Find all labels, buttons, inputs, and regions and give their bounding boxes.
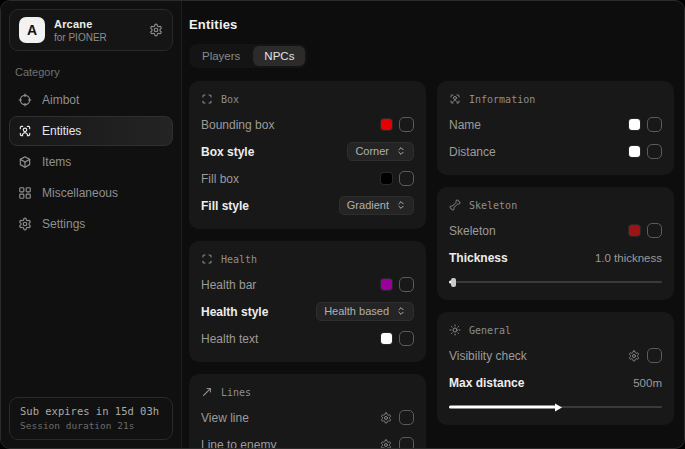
row-label: View line xyxy=(201,411,249,425)
visibility-check-checkbox[interactable] xyxy=(647,348,662,363)
row-label: Fill box xyxy=(201,172,239,186)
row-label: Health style xyxy=(201,305,268,319)
sidebar-item-label: Aimbot xyxy=(42,93,79,107)
line-to-enemy-settings-button[interactable] xyxy=(380,439,392,449)
health-bar-checkbox[interactable] xyxy=(399,277,414,292)
sidebar-item-settings[interactable]: Settings xyxy=(9,209,173,239)
app-subtitle: for PIONER xyxy=(54,32,107,43)
row-label: Thickness xyxy=(449,251,508,265)
tab-players[interactable]: Players xyxy=(191,46,251,66)
cards-grid: Box Bounding box Box style Corner xyxy=(189,81,674,448)
gear-icon xyxy=(380,412,392,424)
gear-icon xyxy=(18,217,32,231)
tab-npcs[interactable]: NPCs xyxy=(253,46,305,66)
sidebar-item-entities[interactable]: Entities xyxy=(9,116,173,146)
slider-handle[interactable] xyxy=(555,403,562,411)
brand-card: A Arcane for PIONER xyxy=(9,9,173,51)
card-title: Skeleton xyxy=(469,200,517,211)
health-style-row: Health style Health based xyxy=(201,301,414,322)
general-card-header: General xyxy=(449,322,662,339)
skeleton-checkbox[interactable] xyxy=(647,223,662,238)
health-text-checkbox[interactable] xyxy=(399,331,414,346)
sidebar-item-label: Miscellaneous xyxy=(42,186,118,200)
box-card: Box Bounding box Box style Corner xyxy=(189,81,426,229)
slider-fill xyxy=(449,281,453,284)
entities-scan-icon xyxy=(18,124,32,138)
row-label: Fill style xyxy=(201,199,249,213)
select-value: Corner xyxy=(355,145,389,157)
health-card-header: Health xyxy=(201,251,414,268)
slider-fill xyxy=(449,406,556,409)
app-name: Arcane xyxy=(54,18,107,30)
skeleton-row: Skeleton xyxy=(449,220,662,241)
sidebar-item-miscellaneous[interactable]: Miscellaneous xyxy=(9,178,173,208)
information-card-header: Information xyxy=(449,91,662,108)
diagonal-line-icon xyxy=(201,386,213,398)
select-value: Gradient xyxy=(347,199,389,211)
bounding-box-row: Bounding box xyxy=(201,114,414,135)
scan-brackets-icon xyxy=(201,253,213,265)
sidebar-item-aimbot[interactable]: Aimbot xyxy=(9,85,173,115)
chevrons-up-down-icon xyxy=(396,146,406,156)
page-title: Entities xyxy=(189,17,674,32)
entity-tabs: Players NPCs xyxy=(189,44,307,68)
grid-icon xyxy=(18,186,32,200)
card-title: Information xyxy=(469,94,535,105)
row-label: Visibility check xyxy=(449,349,527,363)
color-swatch[interactable] xyxy=(629,225,640,236)
visibility-check-row: Visibility check xyxy=(449,345,662,366)
card-title: Lines xyxy=(221,387,251,398)
bounding-box-checkbox[interactable] xyxy=(399,117,414,132)
subscription-card: Sub expires in 15d 03h Session duration … xyxy=(9,397,173,440)
view-line-settings-button[interactable] xyxy=(380,412,392,424)
fill-box-row: Fill box xyxy=(201,168,414,189)
distance-checkbox[interactable] xyxy=(647,144,662,159)
color-swatch[interactable] xyxy=(381,333,392,344)
sun-icon xyxy=(449,324,461,336)
row-label: Health bar xyxy=(201,278,256,292)
color-swatch[interactable] xyxy=(381,173,392,184)
color-swatch[interactable] xyxy=(629,119,640,130)
sidebar-item-label: Entities xyxy=(42,124,81,138)
thickness-slider[interactable] xyxy=(449,277,662,287)
health-style-select[interactable]: Health based xyxy=(316,302,414,321)
main-panel: Entities Players NPCs Box Bounding box xyxy=(182,1,684,448)
fill-box-checkbox[interactable] xyxy=(399,171,414,186)
sidebar-item-label: Settings xyxy=(42,217,85,231)
color-swatch[interactable] xyxy=(629,146,640,157)
session-duration-text: Session duration 21s xyxy=(20,420,162,431)
thickness-row: Thickness 1.0 thickness xyxy=(449,247,662,268)
max-distance-slider[interactable] xyxy=(449,402,662,412)
line-to-enemy-checkbox[interactable] xyxy=(399,437,414,448)
row-label: Box style xyxy=(201,145,254,159)
slider-handle[interactable] xyxy=(451,278,456,287)
color-swatch[interactable] xyxy=(381,119,392,130)
visibility-check-settings-button[interactable] xyxy=(628,350,640,362)
box-style-select[interactable]: Corner xyxy=(347,142,414,161)
crosshair-icon xyxy=(18,93,32,107)
name-checkbox[interactable] xyxy=(647,117,662,132)
select-value: Health based xyxy=(324,305,389,317)
card-title: Health xyxy=(221,254,257,265)
app-logo: A xyxy=(19,17,45,43)
max-distance-value: 500m xyxy=(633,377,662,389)
max-distance-row: Max distance 500m xyxy=(449,372,662,393)
sidebar-item-label: Items xyxy=(42,155,71,169)
card-title: General xyxy=(469,325,511,336)
box-card-header: Box xyxy=(201,91,414,108)
thickness-value: 1.0 thickness xyxy=(595,252,662,264)
color-swatch[interactable] xyxy=(381,279,392,290)
settings-gear-button[interactable] xyxy=(149,23,163,37)
left-column: Box Bounding box Box style Corner xyxy=(189,81,426,448)
fill-style-select[interactable]: Gradient xyxy=(339,196,414,215)
right-column: Information Name Distance xyxy=(437,81,674,425)
app-window: A Arcane for PIONER Category Aimbot Enti… xyxy=(0,0,685,449)
row-label: Distance xyxy=(449,145,496,159)
gear-icon xyxy=(149,23,163,37)
fill-style-row: Fill style Gradient xyxy=(201,195,414,216)
sidebar-nav: Aimbot Entities Items Miscellaneous Sett… xyxy=(9,85,173,239)
view-line-checkbox[interactable] xyxy=(399,410,414,425)
health-card: Health Health bar Health style Health ba… xyxy=(189,241,426,362)
brand-text: Arcane for PIONER xyxy=(54,18,107,43)
sidebar-item-items[interactable]: Items xyxy=(9,147,173,177)
